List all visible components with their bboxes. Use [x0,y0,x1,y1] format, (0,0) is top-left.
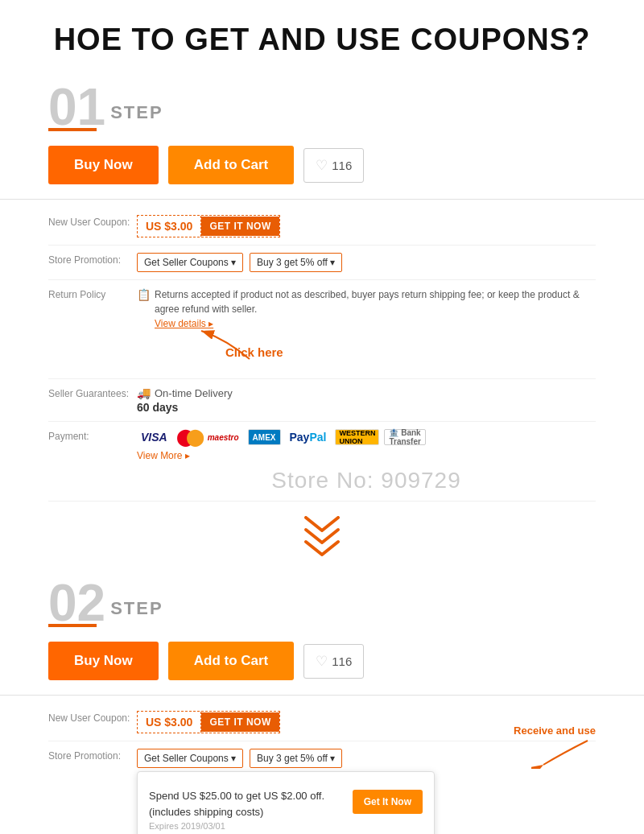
step2-action-row: Buy Now Add to Cart ♡ 116 [0,632,644,695]
click-here-text: Click here [225,345,283,359]
heart-icon: ♡ [316,157,328,174]
step2-heart-icon: ♡ [316,653,328,670]
step1-store-no: Store No: 909729 [137,461,596,493]
step1-promo-row-inner: Get Seller Coupons ▾ Buy 3 get 5% off ▾ [137,253,596,272]
step1-click-here-annotation: Click here [137,331,596,371]
step1-label: 01 STEP [0,73,644,136]
delivery-icon: 🚚 [137,386,151,399]
step1-seller-label: Seller Guarantees: [48,386,137,399]
step2-buy-now-button[interactable]: Buy Now [48,642,159,680]
step1-promo-select1[interactable]: Get Seller Coupons ▾ [137,253,243,272]
step1-delivery-days: 60 days [137,401,596,414]
step1-add-to-cart-button[interactable]: Add to Cart [168,146,295,184]
step1-return-text: Returns accepted if product not as descr… [155,287,596,316]
bank-transfer-logo: 🏦 BankTransfer [384,429,425,445]
receive-and-use-text: Receive and use [514,725,596,737]
step1-wishlist-button[interactable]: ♡ 116 [303,148,364,183]
step1-promo-row: Store Promotion: Get Seller Coupons ▾ Bu… [48,246,596,280]
coupon-item-1-expires: Expires 2019/03/01 [149,821,324,831]
step1-payment-content: VISA ⬤⬤ maestro AMEX PayPal WESTERNUNION… [137,429,596,493]
step2-wishlist-count: 116 [332,654,352,668]
visa-logo: VISA [137,429,171,445]
step1-promo-label: Store Promotion: [48,253,137,266]
step1-action-row: Buy Now Add to Cart ♡ 116 [0,136,644,199]
step2-promo-label: Store Promotion: [48,749,137,762]
payment-logos-row: VISA ⬤⬤ maestro AMEX PayPal WESTERNUNION… [137,429,596,445]
chevron-down-icon [0,516,644,556]
step2-wishlist-button[interactable]: ♡ 116 [303,644,364,679]
step1-payment-label: Payment: [48,429,137,442]
step2-promo-row: Store Promotion: Receive and use [48,741,596,834]
coupon-item-1-text: Spend US $25.00 to get US $2.00 off.(inc… [149,788,324,820]
coupon-item-1-text-area: Spend US $25.00 to get US $2.00 off.(inc… [149,788,324,831]
step2-promo-select2[interactable]: Buy 3 get 5% off ▾ [250,749,342,768]
receive-arrow-icon [531,737,596,769]
coupon-item-1: Spend US $25.00 to get US $2.00 off.(inc… [138,780,434,834]
step1-word: STEP [110,102,163,123]
step1-delivery-row: 🚚 On-time Delivery [137,386,596,399]
step2-label: 02 STEP [0,569,644,632]
step2-info-section: New User Coupon: US $3.00 GET IT NOW Sto… [0,695,644,834]
receive-annotation-area: Receive and use [514,725,596,769]
step2-promo-select1[interactable]: Get Seller Coupons ▾ [137,749,243,768]
step2-word: STEP [110,598,163,619]
step1-coupon-price: US $3.00 [138,216,201,237]
coupon-item-1-get-btn[interactable]: Get It Now [353,790,423,814]
step1-promo-select2[interactable]: Buy 3 get 5% off ▾ [250,253,342,272]
mastercard-logo: ⬤⬤ [176,429,199,445]
page-title: HOE TO GET AND USE COUPONS? [0,0,644,73]
return-icon: 📋 [137,288,151,301]
western-union-logo: WESTERNUNION [335,429,379,445]
step1-return-label: Return Policy [48,287,137,300]
step1-coupon-box: US $3.00 GET IT NOW [137,215,280,237]
step1-on-time-delivery: On-time Delivery [155,387,233,399]
step1-promo-content: Get Seller Coupons ▾ Buy 3 get 5% off ▾ [137,253,596,272]
maestro-logo: maestro [204,429,243,445]
step2-number: 02 [48,577,105,627]
step2-add-to-cart-button[interactable]: Add to Cart [168,642,295,680]
step2-get-it-now-button[interactable]: GET IT NOW [201,712,279,732]
step1-info-section: New User Coupon: US $3.00 GET IT NOW Sto… [0,199,644,510]
step1-wishlist-count: 116 [332,159,352,172]
step2-coupon-price: US $3.00 [138,712,201,733]
step1-number: 01 [48,81,105,131]
step2-coupon-label: New User Coupon: [48,711,137,724]
step1-seller-row: Seller Guarantees: 🚚 On-time Delivery 60… [48,379,596,422]
step1-seller-content: 🚚 On-time Delivery 60 days [137,386,596,414]
step1-return-row: Return Policy 📋 Returns accepted if prod… [48,280,596,379]
step1-buy-now-button[interactable]: Buy Now [48,146,159,184]
step2-promo-content: Receive and use Get Seller Coupons ▾ Buy… [137,749,596,834]
step2-coupon-box: US $3.00 GET IT NOW [137,711,280,733]
step1-coupon-row: New User Coupon: US $3.00 GET IT NOW [48,208,596,246]
chevron-down-section [0,510,644,569]
step1-section: 01 STEP Buy Now Add to Cart ♡ 116 New Us… [0,73,644,569]
step1-coupon-content: US $3.00 GET IT NOW [137,215,596,237]
coupon-dropdown-popup: Spend US $25.00 to get US $2.00 off.(inc… [137,771,435,834]
step1-payment-row: Payment: VISA ⬤⬤ maestro AMEX PayPal WES… [48,422,596,502]
step1-return-content: 📋 Returns accepted if product not as des… [137,287,596,371]
step1-coupon-label: New User Coupon: [48,215,137,228]
paypal-logo: PayPal [286,429,331,445]
step1-view-more-link[interactable]: View More ▸ [137,450,596,461]
step2-section: 02 STEP Buy Now Add to Cart ♡ 116 New Us… [0,569,644,834]
step1-get-it-now-button[interactable]: GET IT NOW [201,217,279,236]
amex-logo: AMEX [248,429,281,445]
